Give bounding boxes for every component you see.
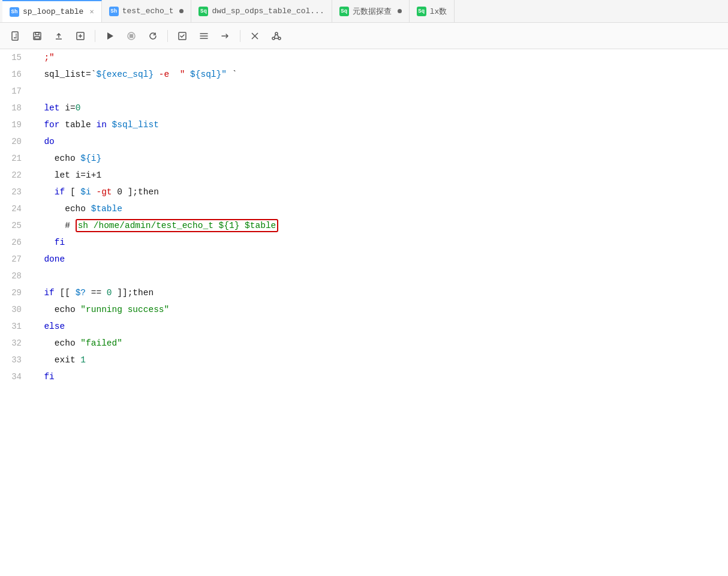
tab-label-3: dwd_sp_odps_table_col... (212, 7, 324, 16)
line-number: 20 (0, 133, 31, 150)
line-number: 29 (0, 284, 31, 301)
code-token: "failed" (80, 338, 122, 348)
line-content: echo $table (31, 200, 728, 217)
new-file-button[interactable] (6, 26, 25, 46)
code-token: i=i+1 (76, 170, 102, 180)
check-button[interactable] (173, 26, 192, 46)
code-token: == (86, 288, 107, 298)
code-token: echo (34, 204, 91, 214)
line-number: 30 (0, 301, 31, 318)
line-number: 32 (0, 335, 31, 352)
graph-button[interactable] (267, 26, 286, 46)
tab-label-1: sp_loop_table (23, 7, 83, 16)
tools-button[interactable] (245, 26, 264, 46)
line-content: else (31, 318, 728, 335)
tab-icon-sq-3: Sq (417, 7, 426, 16)
tab-icon-sq-1: Sq (198, 7, 208, 16)
code-token: in (96, 120, 106, 130)
code-token: 0 (76, 103, 81, 113)
line-number: 21 (0, 150, 31, 167)
tab-label-4: 元数据探查 (353, 6, 392, 17)
line-content: ;" (31, 49, 728, 66)
tab-sp-loop-table[interactable]: Sh sp_loop_table ✕ (2, 0, 102, 23)
line-content: done (31, 251, 728, 268)
code-token: [ (65, 187, 80, 197)
line-number: 15 (0, 49, 31, 66)
line-content: echo "failed" (31, 335, 728, 352)
svg-line-15 (278, 34, 279, 37)
code-line-21: 21 echo ${i} (0, 150, 728, 167)
line-content: exit 1 (31, 352, 728, 368)
tab-dot-2 (179, 9, 183, 13)
code-token: echo (34, 154, 80, 163)
code-token: "running success" (80, 305, 169, 314)
line-number: 34 (0, 368, 31, 385)
code-line-30: 30 echo "running success" (0, 301, 728, 318)
line-number: 16 (0, 66, 31, 83)
tab-meta-explore[interactable]: Sq 元数据探查 (332, 0, 410, 23)
tab-icon-sh-2: Sh (109, 7, 119, 16)
code-line-34: 34 fi (0, 368, 728, 385)
tab-test-echo-t[interactable]: Sh test_echo_t (102, 0, 192, 23)
toolbar-separator-1 (95, 30, 95, 42)
code-token: let (34, 170, 76, 180)
svg-rect-3 (35, 37, 40, 39)
code-token: fi (34, 372, 55, 382)
svg-rect-7 (130, 34, 133, 37)
save-version-button[interactable] (71, 26, 90, 46)
redirect-button[interactable] (216, 26, 235, 46)
code-token: let (34, 103, 60, 113)
tab-dot-4 (398, 9, 402, 13)
code-line-26: 26 fi (0, 234, 728, 251)
code-line-27: 27 done (0, 251, 728, 268)
tab-close-1[interactable]: ✕ (89, 7, 94, 16)
svg-line-14 (275, 34, 276, 37)
line-number: 24 (0, 200, 31, 217)
code-token: do (34, 137, 55, 146)
line-content: echo ${i} (31, 150, 728, 167)
line-number: 18 (0, 100, 31, 116)
code-token: 0 (107, 288, 112, 298)
refresh-button[interactable] (143, 26, 163, 46)
code-token: echo (34, 338, 80, 348)
code-token: ;" (34, 53, 55, 62)
line-number: 22 (0, 167, 31, 184)
line-number: 23 (0, 184, 31, 200)
code-token: ` (227, 70, 237, 79)
line-content: let i=0 (31, 100, 728, 116)
code-line-22: 22 let i=i+1 (0, 167, 728, 184)
line-content: echo "running success" (31, 301, 728, 318)
code-token: ]];then (112, 288, 154, 298)
code-token: if (34, 187, 65, 197)
code-line-18: 18 let i=0 (0, 100, 728, 116)
toolbar (0, 23, 728, 49)
code-token: [[ (55, 288, 76, 298)
line-number: 19 (0, 116, 31, 133)
code-token: ${i} (80, 154, 101, 163)
code-line-33: 33 exit 1 (0, 352, 728, 368)
code-token: fi (34, 238, 65, 247)
tab-dwd-sp-odps[interactable]: Sq dwd_sp_odps_table_col... (191, 0, 332, 23)
save-button[interactable] (28, 26, 47, 46)
tab-lx[interactable]: Sq lx数 (410, 0, 455, 23)
code-editor[interactable]: 15 ;"16 sql_list=`${exec_sql} -e " ${sql… (0, 49, 728, 576)
line-content: for table in $sql_list (31, 116, 728, 133)
tab-label-2: test_echo_t (122, 7, 174, 16)
format-button[interactable] (194, 26, 213, 46)
svg-point-11 (275, 32, 278, 35)
svg-point-12 (272, 37, 275, 40)
upload-button[interactable] (49, 26, 68, 46)
tab-label-5: lx数 (430, 6, 447, 17)
svg-rect-2 (35, 32, 39, 35)
code-line-29: 29 if [[ $? == 0 ]];then (0, 284, 728, 301)
code-line-16: 16 sql_list=`${exec_sql} -e " ${sql}" ` (0, 66, 728, 83)
tab-bar: Sh sp_loop_table ✕ Sh test_echo_t Sq dwd… (0, 0, 728, 23)
run-button[interactable] (100, 26, 119, 46)
line-content: if [[ $? == 0 ]];then (31, 284, 728, 301)
stop-button[interactable] (122, 26, 141, 46)
line-number: 33 (0, 352, 31, 368)
svg-point-13 (278, 37, 281, 40)
line-content: do (31, 133, 728, 150)
code-line-20: 20 do (0, 133, 728, 150)
svg-marker-5 (107, 32, 113, 40)
